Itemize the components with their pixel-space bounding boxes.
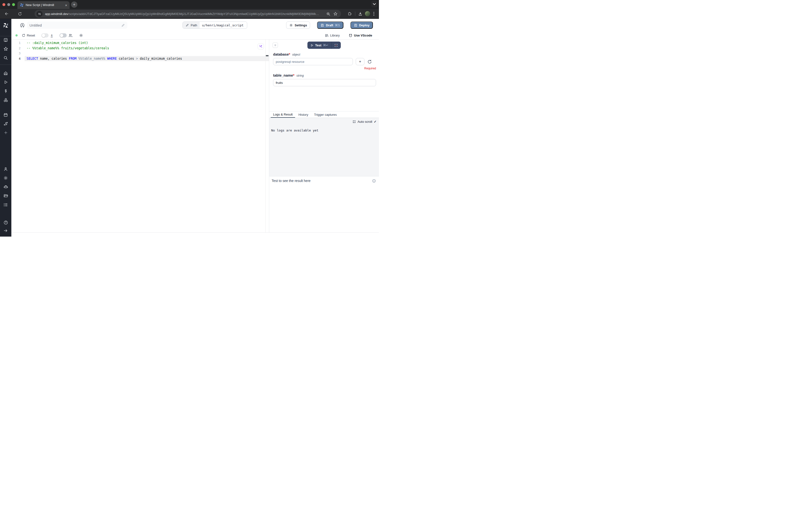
- test-split-button: Test ⌘↵: [307, 42, 341, 49]
- library-button[interactable]: Library: [325, 34, 340, 38]
- sidebar-item-favorites[interactable]: [3, 46, 8, 52]
- arrow-right-icon: [3, 228, 8, 233]
- tab-logs-result[interactable]: Logs & Result: [271, 111, 295, 118]
- sidebar-item-resources[interactable]: [3, 97, 8, 103]
- play-icon: [4, 80, 8, 84]
- result-info-icon[interactable]: [372, 179, 376, 183]
- deploy-button[interactable]: Deploy: [350, 21, 373, 29]
- sidebar-divider: [0, 64, 11, 65]
- code-line[interactable]: 1-- :daily_minimum_calories (int): [11, 40, 269, 46]
- download-icon: [358, 12, 362, 16]
- field-type-database: object: [292, 53, 300, 56]
- code-line[interactable]: 2-- %%table_name%% fruits/vegetables/cer…: [11, 46, 269, 51]
- save-icon: [321, 23, 324, 27]
- path-button[interactable]: Path u/henri/magical_script: [182, 21, 247, 29]
- robot-icon: [3, 184, 8, 189]
- collaborators-button[interactable]: [68, 33, 73, 38]
- sidebar-item-users[interactable]: [3, 166, 8, 172]
- vscode-button[interactable]: Use VScode: [348, 33, 372, 38]
- database-resource-input[interactable]: [273, 58, 353, 65]
- zoom-window-button[interactable]: [12, 3, 15, 6]
- sidebar-item-schedules[interactable]: [3, 112, 8, 117]
- code-line[interactable]: 3: [11, 51, 269, 56]
- code-line[interactable]: 4SELECT name, calories FROM %%table_name…: [11, 56, 269, 61]
- close-window-button[interactable]: [2, 3, 5, 6]
- new-tab-button[interactable]: +: [71, 1, 77, 8]
- capture-frame-icon: [334, 44, 338, 47]
- sidebar-item-apps[interactable]: [3, 37, 8, 43]
- toolbar-separator: [355, 12, 355, 16]
- edit-pencil-icon: [121, 23, 125, 27]
- minimize-window-button[interactable]: [7, 3, 10, 6]
- bookmark-button[interactable]: [332, 10, 339, 17]
- url-bar[interactable]: app.windmill.dev/scripts/add#JTdCJTIyaGF…: [35, 10, 341, 18]
- sidebar-logo[interactable]: [3, 22, 9, 29]
- sidebar-item-workers[interactable]: [3, 184, 8, 189]
- sidebar-divider: [0, 36, 11, 36]
- tab-close-icon[interactable]: ×: [65, 3, 67, 7]
- site-info-button[interactable]: [37, 11, 43, 17]
- zoom-in-icon: [326, 12, 330, 16]
- test-capture-button[interactable]: [332, 42, 341, 49]
- browser-tab[interactable]: New Script | Windmill ×: [17, 1, 70, 9]
- sidebar-item-settings[interactable]: [3, 175, 8, 180]
- code-editor[interactable]: 1-- :daily_minimum_calories (int)2-- %%t…: [11, 40, 269, 232]
- editor-scrollbar[interactable]: [265, 40, 269, 232]
- diff-button[interactable]: ±: [51, 33, 53, 38]
- extensions-button[interactable]: [346, 10, 354, 17]
- sidebar-item-audit-logs[interactable]: [3, 202, 8, 207]
- draft-label: Draft: [326, 23, 333, 27]
- draft-button[interactable]: Draft ⌘S: [317, 21, 343, 29]
- toggle-assistant[interactable]: [41, 33, 49, 38]
- sidebar-item-triggers[interactable]: [3, 121, 8, 126]
- autoscroll-checkbox[interactable]: ✓: [374, 120, 376, 123]
- sidebar-item-variables[interactable]: [3, 89, 8, 94]
- script-args-form: database* object +: [269, 50, 379, 111]
- library-icon: [325, 34, 329, 38]
- back-button[interactable]: [2, 10, 10, 17]
- avatar: [365, 11, 370, 17]
- tab-history[interactable]: History: [296, 111, 310, 118]
- test-button[interactable]: Test ⌘↵: [307, 42, 331, 49]
- sidebar-item-help[interactable]: [3, 220, 8, 225]
- sidebar-item-home[interactable]: [3, 70, 8, 76]
- code-line-content: -- :daily_minimum_calories (int): [25, 40, 269, 46]
- toggle-collaboration[interactable]: [59, 33, 67, 38]
- profile-avatar[interactable]: [364, 10, 371, 17]
- logs-empty-text: No logs are available yet: [271, 128, 318, 132]
- script-summary-field[interactable]: [27, 21, 127, 29]
- url-text[interactable]: app.windmill.dev/scripts/add#JTdCJTIyaGF…: [45, 12, 325, 16]
- sidebar-item-folders[interactable]: [3, 193, 8, 199]
- calendar-icon: [3, 113, 8, 117]
- refresh-icon: [367, 59, 372, 64]
- script-summary-input[interactable]: [30, 23, 121, 27]
- magic-wand-icon: [259, 45, 263, 48]
- sidebar-item-search[interactable]: [3, 55, 8, 60]
- sidebar-item-add[interactable]: [3, 130, 8, 135]
- tab-search-button[interactable]: [371, 1, 378, 7]
- vscode-label: Use VScode: [354, 34, 372, 37]
- reset-button[interactable]: Reset: [22, 34, 35, 37]
- sidebar-collapse-button[interactable]: [3, 228, 8, 233]
- panel-collapse-button[interactable]: [273, 43, 278, 48]
- expand-logs-button[interactable]: [353, 120, 356, 123]
- browser-menu-button[interactable]: [371, 10, 376, 17]
- help-circle-icon: [3, 220, 8, 225]
- save-icon: [354, 23, 357, 27]
- autoscroll-label: Auto scroll: [357, 120, 372, 123]
- sidebar-item-runs[interactable]: [3, 79, 8, 85]
- settings-button[interactable]: Settings: [286, 21, 310, 29]
- table-name-input[interactable]: [273, 79, 376, 86]
- ai-wand-button[interactable]: [257, 43, 264, 50]
- tab-title: New Script | Windmill: [25, 3, 63, 7]
- editor-settings-button[interactable]: [79, 33, 83, 38]
- refresh-resources-button[interactable]: [367, 59, 372, 64]
- add-resource-button[interactable]: +: [356, 58, 364, 65]
- zoom-page-button[interactable]: [325, 10, 332, 17]
- reload-button[interactable]: [16, 10, 24, 17]
- required-asterisk: *: [289, 52, 290, 56]
- path-value: u/henri/magical_script: [199, 23, 247, 27]
- downloads-button[interactable]: [357, 10, 364, 17]
- tab-trigger-captures[interactable]: Trigger captures: [311, 111, 339, 118]
- panel-tabs: Logs & Result History Trigger captures: [269, 111, 379, 118]
